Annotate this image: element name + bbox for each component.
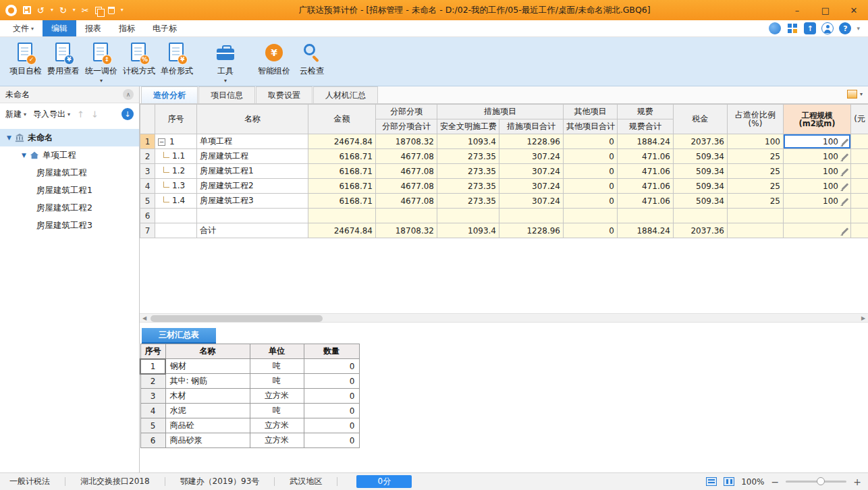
ratio-cell[interactable]: 25	[728, 164, 784, 179]
qtxm-total-cell[interactable]: 0	[564, 164, 618, 179]
row-number-cell[interactable]: 2	[140, 149, 155, 164]
toolbar-button-unit-price-form[interactable]: ¥单价形式	[158, 42, 196, 77]
col-group-qtxm[interactable]: 其他项目	[564, 105, 618, 119]
tree-node[interactable]: ▼单项工程	[0, 146, 139, 164]
tree-node[interactable]: 房屋建筑工程	[0, 164, 139, 182]
materials-summary-tab[interactable]: 三材汇总表	[142, 328, 216, 344]
edit-pencil-icon[interactable]	[841, 227, 848, 235]
scale-cell[interactable]: 100	[784, 149, 851, 164]
col-header-csxm-total[interactable]: 措施项目合计	[499, 119, 564, 134]
material-row[interactable]: 2 其中: 钢筋 吨 0	[140, 374, 359, 389]
name-cell[interactable]: 单项工程	[197, 134, 308, 149]
tree-node[interactable]: 房屋建筑工程2	[0, 199, 139, 217]
aqwm-fee-cell[interactable]: 273.35	[437, 179, 499, 194]
material-row-number[interactable]: 6	[140, 433, 165, 448]
gf-total-cell[interactable]: 471.06	[618, 194, 674, 209]
new-button[interactable]: 新建▾	[5, 109, 26, 120]
edit-pencil-icon[interactable]	[841, 153, 848, 161]
material-name-cell[interactable]: 钢材	[165, 359, 250, 374]
name-cell[interactable]: 房屋建筑工程1	[197, 164, 308, 179]
row-number-cell[interactable]: 6	[140, 209, 155, 223]
tax-cell[interactable]: 2037.36	[674, 223, 728, 238]
csxm-total-cell[interactable]: 307.24	[499, 149, 564, 164]
qtxm-total-cell[interactable]: 0	[564, 134, 618, 149]
csxm-total-cell[interactable]: 307.24	[499, 164, 564, 179]
save-icon[interactable]	[23, 6, 31, 14]
mat-col-qty[interactable]: 数量	[304, 344, 359, 359]
material-qty-cell[interactable]: 0	[304, 359, 359, 374]
toolbar-button-project-self-check[interactable]: ✓项目自检	[7, 42, 45, 77]
gf-total-cell[interactable]	[618, 209, 674, 223]
maximize-button[interactable]: □	[811, 0, 840, 20]
fbfx-total-cell[interactable]: 18708.32	[376, 134, 437, 149]
scale-cell[interactable]: 100	[784, 164, 851, 179]
seq-cell[interactable]: −1.1	[155, 149, 197, 164]
toolbar-button-tax-mode[interactable]: %计税方式	[120, 42, 158, 77]
material-row-number[interactable]: 1	[140, 359, 165, 374]
col-header-qtxm-total[interactable]: 其他项目合计	[564, 119, 618, 134]
material-name-cell[interactable]: 商品砼	[165, 418, 250, 433]
cost-table-row[interactable]: 4 −1.3 房屋建筑工程2 6168.71 4677.08 273.35 30…	[140, 179, 868, 194]
ratio-cell[interactable]	[728, 223, 784, 238]
quickbar-dropdown-icon[interactable]: ▾	[121, 7, 124, 13]
col-group-csxm[interactable]: 措施项目	[437, 105, 564, 119]
collapse-row-icon[interactable]: −	[158, 138, 165, 146]
edit-pencil-icon[interactable]	[841, 138, 848, 146]
move-down-icon[interactable]: ↓	[91, 109, 99, 119]
material-unit-cell[interactable]: 吨	[250, 374, 304, 389]
name-cell[interactable]: 房屋建筑工程3	[197, 194, 308, 209]
aqwm-fee-cell[interactable]: 273.35	[437, 194, 499, 209]
gf-total-cell[interactable]: 471.06	[618, 164, 674, 179]
fbfx-total-cell[interactable]	[376, 209, 437, 223]
col-header-aqwm-fee[interactable]: 安全文明施工费	[437, 119, 499, 134]
name-cell[interactable]: 合计	[197, 223, 308, 238]
account-cloud-icon[interactable]	[769, 22, 781, 34]
expand-arrow-icon[interactable]: ▼	[22, 152, 26, 159]
aqwm-fee-cell[interactable]: 273.35	[437, 164, 499, 179]
material-qty-cell[interactable]: 0	[304, 404, 359, 418]
material-qty-cell[interactable]: 0	[304, 418, 359, 433]
scale-cell[interactable]	[784, 223, 851, 238]
mat-col-name[interactable]: 名称	[165, 344, 250, 359]
seq-cell[interactable]: −1.2	[155, 164, 197, 179]
seq-cell[interactable]: −	[155, 209, 197, 223]
seq-cell[interactable]: −1.4	[155, 194, 197, 209]
gf-total-cell[interactable]: 471.06	[618, 179, 674, 194]
col-header-fbfx-total[interactable]: 分部分项合计	[376, 119, 437, 134]
gf-total-cell[interactable]: 1884.24	[618, 134, 674, 149]
edit-pencil-icon[interactable]	[841, 168, 848, 175]
material-row[interactable]: 1 钢材 吨 0	[140, 359, 359, 374]
seq-cell[interactable]: −1	[155, 134, 197, 149]
expand-all-button[interactable]: ↓	[121, 108, 134, 120]
close-button[interactable]: ✕	[840, 0, 868, 20]
tax-cell[interactable]: 509.34	[674, 194, 728, 209]
score-button[interactable]: 0分	[356, 475, 412, 488]
scale-cell[interactable]: 100	[784, 194, 851, 209]
more-dropdown-icon[interactable]: ▾	[857, 25, 860, 32]
material-name-cell[interactable]: 其中: 钢筋	[165, 374, 250, 389]
menu-item-edit[interactable]: 编辑	[43, 20, 76, 36]
tax-cell[interactable]	[674, 209, 728, 223]
ratio-cell[interactable]	[728, 209, 784, 223]
material-unit-cell[interactable]: 立方米	[250, 389, 304, 404]
material-qty-cell[interactable]: 0	[304, 433, 359, 448]
user-icon[interactable]	[821, 22, 834, 34]
col-header-name[interactable]: 名称	[197, 105, 308, 134]
scrollbar-track[interactable]	[149, 314, 859, 322]
seq-cell[interactable]: −1.3	[155, 179, 197, 194]
material-name-cell[interactable]: 木材	[165, 389, 250, 404]
tab-labor-material-summary[interactable]: 人材机汇总	[313, 86, 378, 103]
material-row[interactable]: 4 水泥 吨 0	[140, 404, 359, 418]
csxm-total-cell[interactable]: 307.24	[499, 179, 564, 194]
qtxm-total-cell[interactable]: 0	[564, 179, 618, 194]
amount-cell[interactable]	[308, 209, 376, 223]
delete-icon[interactable]	[108, 7, 115, 14]
edit-pencil-icon[interactable]	[841, 198, 848, 205]
material-unit-cell[interactable]: 吨	[250, 404, 304, 418]
tax-cell[interactable]: 509.34	[674, 149, 728, 164]
row-number-cell[interactable]: 1	[140, 134, 155, 149]
collapse-sidebar-icon[interactable]: ∧	[123, 89, 134, 100]
redo-dropdown-icon[interactable]: ▾	[73, 7, 76, 13]
material-row[interactable]: 3 木材 立方米 0	[140, 389, 359, 404]
material-row[interactable]: 5 商品砼 立方米 0	[140, 418, 359, 433]
